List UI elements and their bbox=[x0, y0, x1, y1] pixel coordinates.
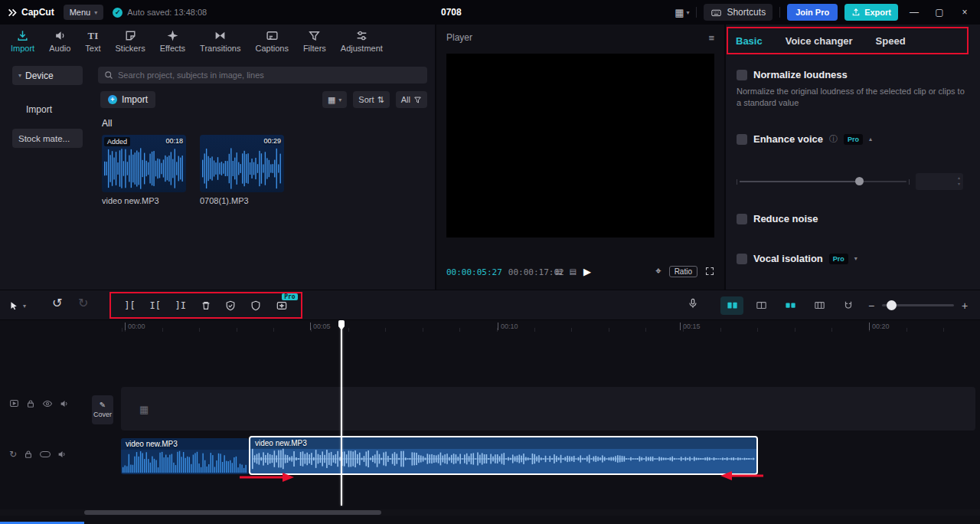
enhance-voice-checkbox[interactable] bbox=[737, 134, 747, 145]
audio-clip-1[interactable]: video new.MP3 bbox=[121, 438, 249, 474]
search-input[interactable] bbox=[118, 70, 421, 80]
tab-text[interactable]: TI Text bbox=[85, 29, 100, 53]
mute-track-icon[interactable] bbox=[60, 399, 70, 408]
import-media-button[interactable]: + Import bbox=[100, 91, 155, 108]
stepper-arrows[interactable]: ▴ ▾ bbox=[958, 175, 960, 187]
zoom-in-button[interactable]: + bbox=[957, 296, 972, 315]
play-button[interactable]: ▶ bbox=[583, 266, 591, 277]
capcut-logo-icon bbox=[8, 8, 18, 18]
delete-button[interactable] bbox=[201, 300, 211, 311]
lock-track-icon[interactable] bbox=[26, 399, 35, 408]
ruler-label: 00:10 bbox=[498, 323, 518, 330]
divider bbox=[779, 7, 780, 18]
expand-icon[interactable]: ▾ bbox=[854, 255, 858, 262]
player-title: Player bbox=[446, 32, 472, 44]
annotation-box-tools: ][ I[ ]I Pro bbox=[109, 292, 302, 319]
split-view-button[interactable] bbox=[750, 296, 773, 315]
audio-loop-icon[interactable]: ↻ bbox=[9, 449, 17, 460]
fullscreen-icon[interactable] bbox=[705, 267, 714, 276]
mute-clip-button[interactable] bbox=[225, 300, 236, 311]
auto-ripple-button[interactable] bbox=[779, 296, 802, 315]
media-controls-row: + Import ▦ ▾ Sort ⇅ All bbox=[100, 91, 427, 108]
ruler-label: 00:15 bbox=[680, 323, 701, 330]
vocal-isolation-checkbox[interactable] bbox=[737, 254, 747, 264]
prev-frame-icon[interactable]: ▤ bbox=[555, 267, 562, 276]
export-button[interactable]: Export bbox=[844, 4, 898, 21]
minimize-button[interactable]: — bbox=[905, 2, 923, 23]
deactivate-clip-button[interactable] bbox=[250, 300, 261, 311]
join-pro-button[interactable]: Join Pro bbox=[787, 4, 838, 21]
split-button[interactable]: ][ bbox=[124, 300, 135, 311]
video-track-icon[interactable] bbox=[9, 398, 19, 408]
video-track-header bbox=[9, 398, 70, 408]
edit-cover-button[interactable]: ✎ Cover bbox=[92, 395, 113, 424]
enhance-voice-value-input[interactable]: ▴ ▾ bbox=[916, 173, 963, 190]
tab-captions[interactable]: Captions bbox=[255, 29, 288, 53]
zoom-slider-handle[interactable] bbox=[887, 300, 897, 310]
close-button[interactable]: × bbox=[956, 2, 974, 23]
tab-stickers[interactable]: Stickers bbox=[116, 29, 145, 53]
track-toggle-icon[interactable] bbox=[40, 451, 51, 457]
info-icon: ⓘ bbox=[829, 133, 838, 145]
snapping-button[interactable] bbox=[837, 296, 860, 315]
tab-basic[interactable]: Basic bbox=[736, 35, 763, 47]
filter-all-button[interactable]: All bbox=[396, 91, 427, 108]
pencil-icon: ✎ bbox=[100, 401, 106, 409]
select-tool-button[interactable]: ▾ bbox=[9, 296, 26, 315]
link-clips-button[interactable] bbox=[808, 296, 831, 315]
tab-adjustment[interactable]: Adjustment bbox=[341, 29, 383, 53]
media-item-video-new[interactable]: Added 00:18 video new.MP3 bbox=[102, 135, 186, 205]
track-view-button[interactable] bbox=[720, 296, 743, 315]
hide-track-icon[interactable] bbox=[42, 399, 53, 408]
undo-button[interactable]: ↺ bbox=[52, 296, 62, 310]
tab-transitions[interactable]: Transitions bbox=[200, 29, 240, 53]
layout-switch-button[interactable]: ▦ ▾ bbox=[675, 7, 689, 18]
time-ruler[interactable] bbox=[121, 328, 980, 332]
playhead-line bbox=[341, 323, 342, 506]
delete-left-button[interactable]: I[ bbox=[149, 300, 160, 311]
vocal-isolation-row: Vocal isolation Pro ▾ bbox=[737, 253, 858, 264]
normalize-loudness-checkbox[interactable] bbox=[737, 70, 747, 80]
player-menu-icon[interactable]: ≡ bbox=[708, 32, 714, 44]
search-icon bbox=[104, 70, 113, 80]
titlebar: CapCut Menu ▾ ✓ Auto saved: 13:48:08 070… bbox=[0, 0, 980, 25]
menu-button[interactable]: Menu ▾ bbox=[64, 5, 104, 20]
tab-filters[interactable]: Filters bbox=[303, 29, 326, 53]
sort-button[interactable]: Sort ⇅ bbox=[353, 91, 389, 108]
focus-icon[interactable]: ⌖ bbox=[655, 265, 662, 277]
lock-track-icon[interactable] bbox=[24, 450, 33, 459]
tab-effects[interactable]: Effects bbox=[160, 29, 185, 53]
sidebar-item-stock-materials[interactable]: Stock mate... bbox=[12, 129, 83, 148]
media-thumbnail: Added 00:18 bbox=[102, 135, 186, 192]
playhead[interactable] bbox=[337, 320, 346, 509]
view-mode-button[interactable]: ▦ ▾ bbox=[322, 91, 347, 108]
redo-button[interactable]: ↻ bbox=[78, 296, 88, 310]
ratio-button[interactable]: Ratio bbox=[669, 266, 697, 277]
reduce-noise-checkbox[interactable] bbox=[737, 214, 747, 224]
smart-tool-pro-button[interactable]: Pro bbox=[276, 300, 288, 311]
tab-voice-changer[interactable]: Voice changer bbox=[786, 35, 853, 47]
slider-tick bbox=[737, 179, 737, 185]
tab-speed[interactable]: Speed bbox=[876, 35, 906, 47]
scrollbar-thumb[interactable] bbox=[84, 510, 381, 515]
collapse-icon[interactable]: ▴ bbox=[869, 136, 872, 142]
pro-badge: Pro bbox=[844, 134, 863, 145]
slider-handle[interactable] bbox=[855, 177, 864, 185]
next-frame-icon[interactable]: ▤ bbox=[569, 267, 576, 276]
record-voiceover-button[interactable] bbox=[688, 297, 698, 312]
sidebar-item-device[interactable]: ▾ Device bbox=[12, 66, 83, 85]
shortcuts-button[interactable]: Shortcuts bbox=[704, 4, 773, 21]
media-item-0708[interactable]: 00:29 0708(1).MP3 bbox=[200, 135, 284, 205]
audio-clip-2-selected[interactable]: video new.MP3 bbox=[249, 436, 758, 475]
zoom-out-button[interactable]: − bbox=[864, 296, 879, 315]
tab-import[interactable]: Import bbox=[11, 29, 34, 53]
sidebar-item-import[interactable]: Import bbox=[26, 104, 52, 115]
mute-track-icon[interactable] bbox=[57, 450, 67, 459]
delete-right-button[interactable]: ]I bbox=[175, 300, 186, 311]
enhance-voice-slider[interactable] bbox=[740, 181, 906, 182]
slider-tick bbox=[909, 179, 910, 185]
tab-audio[interactable]: Audio bbox=[49, 29, 70, 53]
added-badge: Added bbox=[104, 137, 130, 146]
maximize-button[interactable]: ▢ bbox=[930, 2, 949, 23]
player-controls: 00:00:05:27 00:00:17:02 ▤ ▤ ▶ ⌖ Ratio bbox=[446, 264, 714, 282]
